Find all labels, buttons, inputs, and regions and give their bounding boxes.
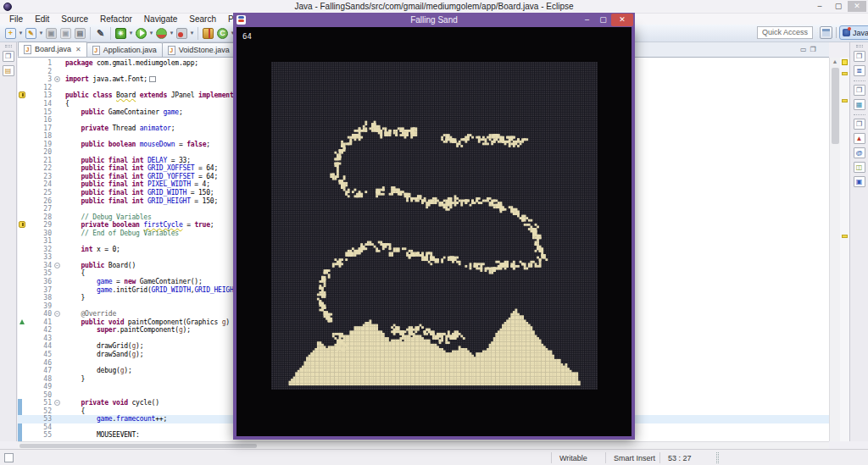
code-text[interactable]: // End of Debug Variables <box>65 230 179 237</box>
gutter-margin[interactable] <box>18 68 27 76</box>
game-minimize-button[interactable]: – <box>579 14 595 26</box>
gutter-margin[interactable] <box>18 221 27 230</box>
toolbar-coverage-icon[interactable] <box>155 27 168 40</box>
code-text[interactable]: int x = 0; <box>65 246 120 253</box>
gutter-margin[interactable] <box>18 415 27 423</box>
gutter-margin[interactable] <box>18 294 27 302</box>
dropdown-arrow-icon[interactable]: ▼ <box>169 27 175 40</box>
code-text[interactable]: public final int GRID_XOFFSET = 64; <box>65 164 218 172</box>
tab-board-java[interactable]: JBoard.java✕ <box>18 42 87 57</box>
code-text[interactable]: import java.awt.Font; <box>65 75 156 83</box>
fold-collapse-icon[interactable]: − <box>54 400 60 406</box>
gutter-margin[interactable] <box>18 91 27 100</box>
tab-application-java[interactable]: JApplication.java <box>86 42 163 57</box>
fold-margin[interactable]: − <box>54 400 65 406</box>
code-text[interactable]: public boolean mouseDown = false; <box>65 141 210 148</box>
gutter-margin[interactable] <box>18 262 27 270</box>
toolbar-new-class-icon[interactable]: C <box>216 27 229 40</box>
gutter-margin[interactable] <box>18 358 27 367</box>
window-minimize-button[interactable]: – <box>810 1 829 12</box>
menu-refactor[interactable]: Refactor <box>94 14 138 24</box>
code-text[interactable]: game = new GameContainer(); <box>65 278 203 285</box>
java-perspective-button[interactable]: Java <box>839 25 868 40</box>
editor-horizontal-scrollbar[interactable] <box>18 441 829 449</box>
toolbar-new-java-project-icon[interactable] <box>202 27 214 40</box>
code-text[interactable]: public void paintComponent(Graphics g) { <box>65 318 237 326</box>
code-text[interactable]: game.initGrid(GRID_WIDTH,GRID_HEIGHT); <box>65 286 245 294</box>
menu-file[interactable]: File <box>3 14 29 24</box>
open-perspective-icon[interactable] <box>820 26 832 39</box>
menu-navigate[interactable]: Navigate <box>138 14 183 24</box>
task-list-icon[interactable]: ▦ <box>854 99 865 110</box>
game-titlebar[interactable]: Falling Sand – ▢ ✕ <box>233 13 635 27</box>
toolbar-new-wizard-icon[interactable]: + <box>4 27 17 40</box>
code-text[interactable]: } <box>65 294 85 302</box>
code-text[interactable]: drawSand(g); <box>65 351 143 358</box>
dropdown-arrow-icon[interactable]: ▼ <box>38 27 44 40</box>
gutter-margin[interactable] <box>18 399 27 407</box>
window-maximize-button[interactable]: ▢ <box>829 1 848 12</box>
warning-icon[interactable] <box>19 91 25 98</box>
code-text[interactable]: { <box>65 100 70 108</box>
gutter-margin[interactable] <box>18 383 27 391</box>
sand-grid-canvas[interactable] <box>271 62 598 390</box>
dropdown-arrow-icon[interactable]: ▼ <box>148 27 154 40</box>
dropdown-arrow-icon[interactable]: ▼ <box>128 27 134 40</box>
code-text[interactable]: package com.gmail.mediumgolem.app; <box>65 59 198 67</box>
toolbar-external-tools-icon[interactable] <box>175 27 188 40</box>
code-text[interactable]: { <box>65 407 85 415</box>
gutter-margin[interactable] <box>18 246 27 254</box>
warning-marker[interactable] <box>842 235 848 238</box>
gutter-margin[interactable] <box>18 302 27 310</box>
fold-margin[interactable]: − <box>54 311 65 317</box>
ruler-summary-marker[interactable] <box>842 59 848 65</box>
gutter-margin[interactable] <box>18 132 27 141</box>
scroll-up-icon[interactable]: ▲ <box>830 58 840 66</box>
code-text[interactable]: game.framecount++; <box>65 415 167 423</box>
code-text[interactable]: // Debug Variables <box>65 213 152 221</box>
gutter-margin[interactable] <box>18 205 27 213</box>
toolbar-run-icon[interactable] <box>135 27 147 40</box>
gutter-margin[interactable] <box>18 253 27 262</box>
toolbar-pencil-icon[interactable]: ✎ <box>94 27 107 40</box>
gutter-margin[interactable] <box>18 100 27 108</box>
menu-search[interactable]: Search <box>183 14 222 24</box>
horizontal-scroll-thumb[interactable] <box>19 444 257 448</box>
overview-ruler[interactable] <box>840 58 849 441</box>
warning-icon[interactable] <box>19 221 25 228</box>
gutter-margin[interactable] <box>18 213 27 221</box>
code-text[interactable]: drawGrid(g); <box>65 342 143 350</box>
gutter-margin[interactable] <box>18 180 27 189</box>
code-text[interactable]: public final int PIXEL_WIDTH = 4; <box>65 180 210 188</box>
gutter-margin[interactable] <box>18 148 27 157</box>
gutter-margin[interactable] <box>18 367 27 375</box>
javadoc-icon[interactable]: @ <box>854 147 865 158</box>
toolbar-print-icon[interactable]: ▤ <box>74 27 86 40</box>
code-text[interactable]: public final int GRID_YOFFSET = 64; <box>65 173 218 180</box>
menu-edit[interactable]: Edit <box>29 14 55 24</box>
gutter-margin[interactable] <box>18 407 27 416</box>
toolbar-save-icon[interactable]: ▣ <box>45 27 58 40</box>
warning-marker[interactable] <box>842 72 848 75</box>
dropdown-arrow-icon[interactable]: ▼ <box>18 27 24 40</box>
quick-access-box[interactable]: Quick Access <box>757 26 813 39</box>
tab-close-icon[interactable]: ✕ <box>75 46 81 53</box>
gutter-margin[interactable] <box>18 75 27 84</box>
gutter-margin[interactable] <box>18 84 27 92</box>
toolbar-debug-icon[interactable]: ✳ <box>114 27 127 40</box>
gutter-margin[interactable] <box>18 164 27 173</box>
code-text[interactable]: public GameContainer game; <box>65 108 183 116</box>
gutter-margin[interactable] <box>18 374 27 383</box>
problems-icon[interactable]: ▲ <box>854 133 865 144</box>
warning-marker[interactable] <box>842 99 848 102</box>
code-text[interactable]: debug(g); <box>65 367 132 374</box>
gutter-margin[interactable] <box>18 326 27 335</box>
gutter-margin[interactable] <box>18 173 27 181</box>
code-text[interactable]: public final int GRID_WIDTH = 150; <box>65 189 214 197</box>
vertical-scroll-thumb[interactable] <box>832 68 839 144</box>
gutter-margin[interactable] <box>18 285 27 294</box>
gutter-margin[interactable] <box>18 116 27 125</box>
code-text[interactable]: public final int DELAY = 33; <box>65 157 191 164</box>
gutter-margin[interactable] <box>18 278 27 286</box>
restore-view-icon[interactable]: ❐ <box>854 119 865 130</box>
